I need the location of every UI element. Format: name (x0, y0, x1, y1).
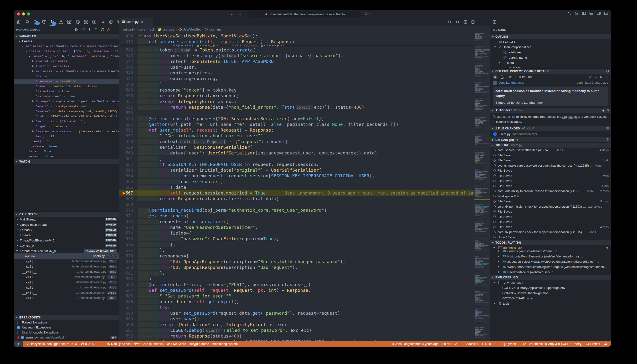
code-line[interactable]: 582 ) (119, 276, 490, 282)
jira-issues-link[interactable]: Jira issues (562, 115, 576, 119)
call-stack-frame[interactable]: __call__.../core/middleware.py48:1 (14, 269, 119, 274)
debug-restart-icon[interactable] (100, 28, 104, 32)
code-line[interactable]: 566 ).data (119, 184, 490, 190)
commit-details-tab-icon[interactable]: ◉ (493, 74, 498, 80)
timeline-item[interactable]: File Saved (490, 214, 611, 220)
code-line[interactable]: 568 return Response(data=serializer.init… (119, 196, 490, 202)
call-stack-frame[interactable]: __call__.../root/middleware.py275:1 (14, 290, 119, 295)
code-line[interactable]: 585 """Set password for user""" (119, 293, 490, 299)
todos-root-row[interactable]: authentik39 (490, 245, 611, 250)
code-line[interactable]: 584 def set_password(self, request: Requ… (119, 288, 490, 293)
go-tools-row[interactable]: ⚒tools (490, 301, 611, 306)
code-line[interactable]: 591 LOGGER.debug(event="Failed to set pa… (119, 328, 490, 333)
call-stack-thread[interactable]: ThreadPoolExecutor-37_0PAUSED ON BREAKPO… (14, 248, 119, 254)
code-line[interactable]: 555 @action(url_path="me", url_name="me"… (119, 122, 490, 127)
variable-row[interactable]: serializer = <authentik.core.api.users.U… (14, 69, 119, 74)
code-line[interactable]: 562 if SESSION_KEY_IMPERSONATE_USER in r… (119, 162, 490, 167)
code-area[interactable]: 424class UserViewSet(UsedByMixin, ModelV… (119, 33, 490, 341)
debug-more-icon[interactable]: ⋯ (114, 28, 117, 32)
code-line[interactable]: 563 serializer.initial_data["original"] … (119, 167, 490, 173)
code-line[interactable]: response["group_pk"] = str(object=group.… (119, 44, 490, 47)
checkbox[interactable]: ✓ (17, 326, 20, 329)
file-history-icon[interactable] (500, 75, 504, 79)
timeline-item[interactable]: File Saved (490, 153, 611, 158)
timeline-item[interactable]: File Saved1 wk (490, 158, 611, 163)
code-line[interactable]: 569 (119, 202, 490, 208)
code-line[interactable]: 551 except IntegrityError as exc: (119, 99, 490, 104)
todo-file-row[interactable]: TSak-search-select-view.ts (web/src/elem… (490, 259, 611, 264)
minimize-window-button[interactable] (22, 12, 25, 16)
changes-badge[interactable]: 12 ± (507, 75, 516, 79)
debug-step-into-icon[interactable] (88, 28, 91, 32)
call-stack-thread[interactable]: asyncio_0PAUSED (14, 243, 119, 248)
go-env-var[interactable]: GOMOD=~/dev/authentik/go.mod (490, 290, 611, 296)
author-link[interactable]: Jens Langhammer (499, 81, 524, 84)
call-stack-frame[interactable]: __call__.../events/middleware.py156:1 (14, 274, 119, 280)
variable-row[interactable]: 'is_active' = True (14, 89, 119, 94)
call-stack-frame[interactable]: __call__.../enterprise/middleware.py39:1 (14, 264, 119, 269)
open-changes-icon[interactable] (456, 20, 460, 24)
code-line[interactable]: 548 ) (119, 82, 490, 87)
code-line[interactable]: 581 }, (119, 270, 490, 276)
code-line[interactable]: 559 serializer = SessionUserSerializer( (119, 144, 490, 150)
sticky-code-line[interactable]: 512 def service_account(self, request: R… (119, 39, 474, 44)
call-stack-frame[interactable]: __call__.../brands/middleware.py31:1 (14, 280, 119, 285)
code-line[interactable]: 572 request=inline_serializer( (119, 219, 490, 224)
outline-item[interactable]: [@]model (490, 65, 611, 68)
watch-section-header[interactable]: WATCH (14, 159, 119, 164)
debug-status-item[interactable]: Debug: Attach Server Core (authentik) (107, 342, 164, 346)
go-env-row[interactable]: envauthentik (490, 280, 611, 285)
timeline-item[interactable]: File Saved (490, 178, 611, 184)
code-line[interactable]: 571 @extend_schema( (119, 213, 490, 219)
autolinks-link[interactable]: autolinks (503, 115, 515, 118)
code-line[interactable]: 558 context: dict[str, Request] = {"requ… (119, 139, 490, 144)
checkbox[interactable] (17, 331, 20, 334)
code-line[interactable]: 578 responses={ (119, 253, 490, 259)
code-line[interactable]: 593 if user.pk == request.user.pk and SE… (119, 339, 490, 341)
split-editor-icon[interactable] (464, 20, 467, 24)
variable-row[interactable]: 'username' = 'akadmin' (14, 79, 119, 84)
code-line[interactable]: 588 user.set_password(request.data.get("… (119, 310, 490, 316)
call-stack-thread[interactable]: Thread-6PAUSED (14, 232, 119, 238)
gitlens-diamond-icon[interactable]: ◆ (602, 109, 604, 112)
variable-row[interactable]: 'pk' = 6 (14, 74, 119, 79)
split-panel-icon[interactable] (492, 20, 496, 24)
monitoring-item[interactable]: monitoring-system (212, 342, 238, 346)
breakpoint-row[interactable]: ✓users.pyauthentik/core/api567 (14, 335, 119, 340)
customize-layout-icon[interactable] (604, 11, 608, 15)
go-env-var[interactable]: GOTOOLCHAIN=auto (490, 296, 611, 301)
code-line[interactable]: 552 return Response(data={"non_field_err… (119, 104, 490, 110)
minimap[interactable] (474, 33, 490, 341)
panel-more-icon[interactable]: ⋯ (605, 28, 608, 32)
debug-console-icon[interactable] (108, 19, 114, 25)
code-line[interactable]: 587 try: (119, 305, 490, 310)
variable-row[interactable]: len() = 12 (14, 134, 119, 139)
outline-section-header[interactable]: OUTLINE (490, 34, 611, 39)
pin-icon[interactable] (588, 75, 592, 78)
window-layout-dropdown[interactable]: ▢ ⌄ (365, 12, 371, 15)
blame-item[interactable]: Jens Langhammer, 3 years ago (392, 342, 438, 346)
call-stack-thread[interactable]: MainThreadPAUSED (14, 217, 119, 222)
settings-sliders-icon[interactable] (574, 11, 578, 15)
testing-beaker-icon[interactable] (58, 19, 64, 25)
breakpoint-row[interactable]: Raised Exceptions (14, 320, 119, 325)
code-line[interactable]: 570 @permission_required(obj_perm="authe… (119, 208, 490, 213)
debug-step-out-icon[interactable] (94, 28, 98, 32)
todos-section-header[interactable]: TODOS: FLAT (39) (490, 240, 611, 245)
back-icon[interactable]: ← (594, 75, 597, 79)
timeline-item[interactable]: File Saved2 wks (490, 173, 611, 178)
variable-row[interactable]: parent = None (14, 154, 119, 159)
tab-users-py[interactable]: users.py × (119, 18, 153, 26)
code-line[interactable]: 543 identifier=slugify(value=f"service-a… (119, 53, 490, 59)
view-as-tree-icon[interactable] (606, 127, 609, 130)
language-item[interactable]: { }Python (502, 342, 516, 346)
explorer-go-section-header[interactable]: EXPLORER: GO (490, 274, 611, 280)
call-stack-section-header[interactable]: CALL STACK (14, 212, 119, 217)
debug-disconnect-icon[interactable] (107, 28, 110, 32)
notifications-bell-icon[interactable] (604, 342, 607, 346)
outline-item[interactable]: ◇UserGroupSerializer (490, 44, 611, 50)
code-line[interactable]: 573 name="UserPasswordSetSerializer", (119, 224, 490, 230)
run-file-icon[interactable] (448, 20, 452, 24)
code-line[interactable]: 544 intent=TokenIntents.INTENT_APP_PASSW… (119, 59, 490, 64)
call-stack-frame[interactable]: user_meusers.py567:1 (14, 254, 119, 259)
